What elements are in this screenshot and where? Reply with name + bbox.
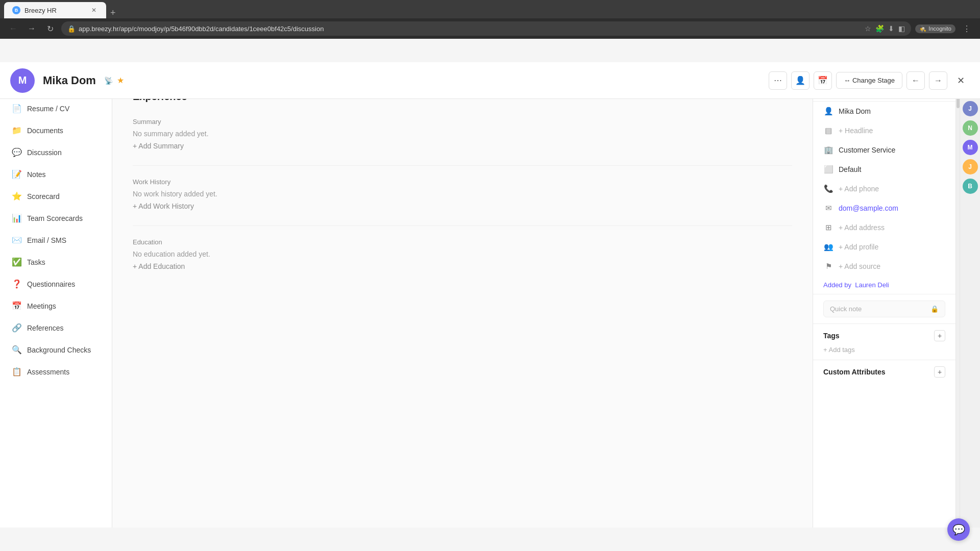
sidebar-item-questionnaires[interactable]: ❓ Questionnaires	[0, 273, 112, 295]
sidebar-toggle-icon[interactable]: ◧	[898, 24, 905, 33]
sidebar-item-tasks[interactable]: ✅ Tasks	[0, 251, 112, 273]
detail-name-row: 👤 Mika Dom	[813, 102, 955, 121]
phone-icon: 📞	[823, 184, 834, 193]
new-tab-button[interactable]: +	[106, 8, 120, 18]
add-tags-link[interactable]: + Add tags	[823, 346, 855, 354]
star-icon[interactable]: ★	[117, 76, 124, 85]
references-icon: 🔗	[12, 323, 22, 333]
detail-source-row[interactable]: ⚑ + Add source	[813, 257, 955, 276]
close-tab-button[interactable]: ✕	[90, 6, 98, 14]
add-custom-attr-button[interactable]: +	[934, 366, 945, 378]
extensions-icon[interactable]: 🧩	[875, 24, 884, 33]
department-icon: 🏢	[823, 145, 834, 155]
quick-note-input[interactable]: Quick note 🔒	[823, 300, 945, 317]
sidebar-label-team-scorecards: Team Scorecards	[27, 214, 83, 222]
sidebar-item-team-scorecards[interactable]: 📊 Team Scorecards	[0, 207, 112, 229]
scrollbar[interactable]	[955, 76, 960, 528]
education-section: Education No education added yet. + Add …	[133, 238, 792, 270]
sidebar-item-assessments[interactable]: 📋 Assessments	[0, 361, 112, 383]
sidebar-label-questionnaires: Questionnaires	[27, 280, 75, 288]
sidebar-label-meetings: Meetings	[27, 302, 56, 310]
add-work-history-link[interactable]: + Add Work History	[133, 202, 792, 210]
more-actions-button[interactable]: ⋯	[769, 71, 787, 90]
forward-button[interactable]: →	[24, 21, 39, 36]
email-icon: ✉	[823, 204, 834, 213]
sidebar-label-tasks: Tasks	[27, 258, 45, 266]
sidebar-item-meetings[interactable]: 📅 Meetings	[0, 295, 112, 317]
detail-address-row[interactable]: ⊞ + Add address	[813, 218, 955, 237]
address-bar-row: ← → ↻ 🔒 app.breezy.hr/app/c/moodjoy/p/5b…	[0, 18, 980, 39]
add-summary-link[interactable]: + Add Summary	[133, 142, 792, 150]
add-person-button[interactable]: 👤	[791, 71, 810, 90]
back-button[interactable]: ←	[6, 21, 20, 36]
documents-icon: 📁	[12, 126, 22, 135]
sidebar-label-documents: Documents	[27, 127, 63, 135]
tab-title: Breezy HR	[24, 7, 57, 14]
detail-email-row: ✉ dom@sample.com	[813, 198, 955, 218]
browser-tab-bar: B Breezy HR ✕ +	[0, 0, 980, 18]
detail-headline-row[interactable]: ▤ + Headline	[813, 121, 955, 140]
detail-address-placeholder[interactable]: + Add address	[839, 223, 885, 232]
summary-section: Summary No summary added yet. + Add Summ…	[133, 118, 792, 150]
team-scorecards-icon: 📊	[12, 213, 22, 223]
detail-phone-placeholder[interactable]: + Add phone	[839, 185, 879, 193]
source-icon: ⚑	[823, 262, 834, 271]
sidebar-item-notes[interactable]: 📝 Notes	[0, 163, 112, 185]
right-avatar-j2[interactable]: J	[963, 159, 978, 174]
added-by-name: Lauren Deli	[855, 281, 889, 289]
prev-candidate-button[interactable]: ←	[906, 71, 925, 90]
tags-title: Tags	[823, 332, 840, 340]
sidebar-item-background-checks[interactable]: 🔍 Background Checks	[0, 339, 112, 361]
calendar-button[interactable]: 📅	[814, 71, 832, 90]
background-checks-icon: 🔍	[12, 345, 22, 355]
more-options-button[interactable]: ⋮	[960, 21, 974, 36]
notification-icon[interactable]: 📡	[104, 77, 113, 85]
detail-department: Customer Service	[839, 146, 895, 154]
added-by-row: Added by Lauren Deli	[813, 276, 955, 294]
detail-profile-row[interactable]: 👥 + Add profile	[813, 237, 955, 257]
candidate-avatar: M	[10, 68, 35, 93]
close-candidate-button[interactable]: ✕	[951, 71, 970, 90]
profile-icon: 👥	[823, 242, 834, 252]
detail-email: dom@sample.com	[839, 204, 898, 212]
bookmark-icon[interactable]: ☆	[865, 24, 871, 33]
sidebar-item-discussion[interactable]: 💬 Discussion	[0, 141, 112, 163]
right-avatar-j1[interactable]: J	[963, 101, 978, 116]
right-avatar-m[interactable]: M	[963, 140, 978, 155]
right-avatar-n[interactable]: N	[963, 120, 978, 136]
add-tag-button[interactable]: +	[934, 330, 945, 341]
right-avatar-b[interactable]: B	[963, 179, 978, 194]
address-bar[interactable]: 🔒 app.breezy.hr/app/c/moodjoy/p/5b46f90d…	[61, 21, 911, 36]
candidate-name: Mika Dom	[43, 74, 96, 87]
questionnaires-icon: ❓	[12, 279, 22, 289]
active-tab[interactable]: B Breezy HR ✕	[4, 2, 106, 18]
sidebar-item-references[interactable]: 🔗 References	[0, 317, 112, 339]
add-education-link[interactable]: + Add Education	[133, 262, 792, 270]
detail-name: Mika Dom	[839, 107, 871, 115]
next-candidate-button[interactable]: →	[929, 71, 947, 90]
sidebar-label-assessments: Assessments	[27, 368, 69, 376]
reload-button[interactable]: ↻	[43, 21, 57, 36]
sidebar-item-documents[interactable]: 📁 Documents	[0, 119, 112, 141]
detail-phone-row[interactable]: 📞 + Add phone	[813, 179, 955, 198]
address-bar-icons: ☆ 🧩 ⬇ ◧	[865, 24, 905, 33]
custom-attributes-header: Custom Attributes +	[823, 366, 945, 378]
lock-icon: 🔒	[930, 305, 939, 313]
detail-position: Default	[839, 165, 861, 173]
main-container: 💼 Experience 📄 Resume / CV 📁 Documents 💬…	[0, 76, 980, 528]
change-stage-button[interactable]: ↔ Change Stage	[836, 72, 902, 89]
summary-label: Summary	[133, 118, 792, 126]
sidebar-item-email-sms[interactable]: ✉️ Email / SMS	[0, 229, 112, 251]
header-actions: ⋯ 👤 📅 ↔ Change Stage ← → ✕	[769, 71, 970, 90]
resume-icon: 📄	[12, 104, 22, 113]
tags-section: Tags + + Add tags	[813, 323, 955, 360]
sidebar-item-resume-cv[interactable]: 📄 Resume / CV	[0, 97, 112, 119]
sidebar-item-scorecard[interactable]: ⭐ Scorecard	[0, 185, 112, 207]
sidebar-label-discussion: Discussion	[27, 148, 62, 157]
detail-headline-placeholder[interactable]: + Headline	[839, 127, 873, 135]
detail-profile-placeholder[interactable]: + Add profile	[839, 243, 878, 251]
download-icon[interactable]: ⬇	[888, 24, 894, 33]
sidebar-label-notes: Notes	[27, 170, 46, 179]
detail-source-placeholder[interactable]: + Add source	[839, 262, 880, 270]
scorecard-icon: ⭐	[12, 191, 22, 201]
